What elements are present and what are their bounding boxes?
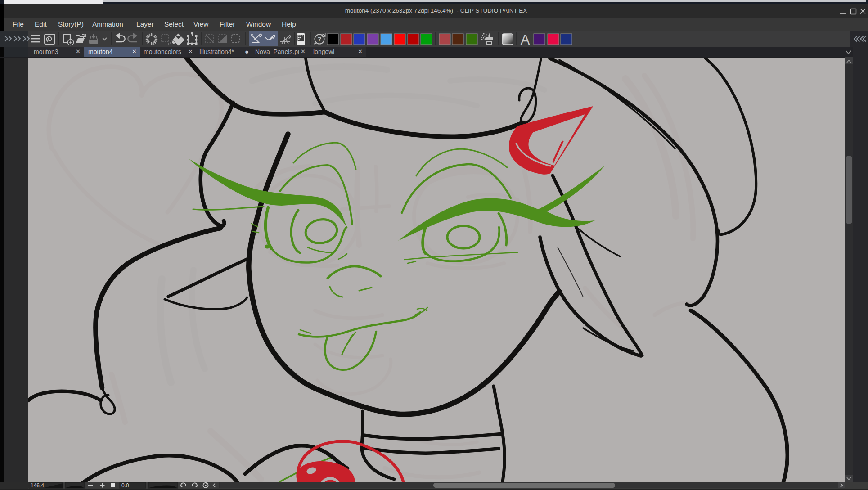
svg-text:A: A: [521, 32, 530, 47]
svg-text:0.0: 0.0: [121, 482, 129, 489]
svg-text:146.4: 146.4: [31, 482, 44, 489]
